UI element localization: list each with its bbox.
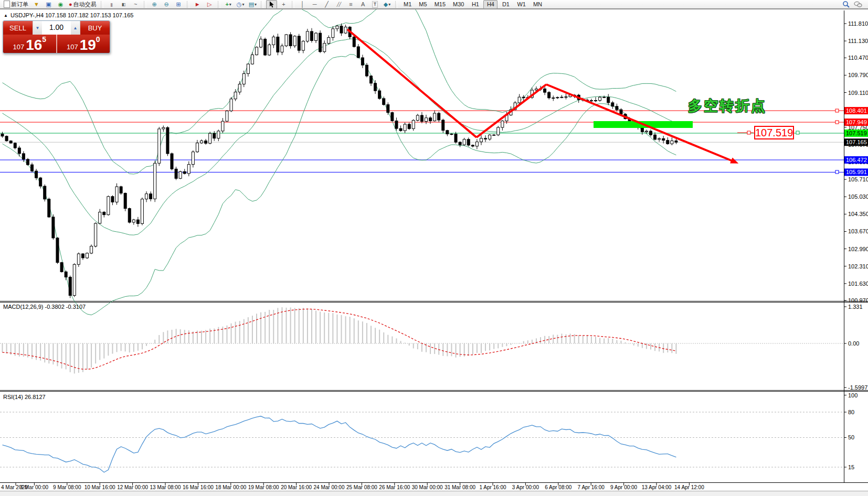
- shapes-tool-button[interactable]: ◆ ▾: [382, 0, 393, 9]
- svg-text:105.030: 105.030: [848, 193, 868, 200]
- svg-text:24 Mar 00:00: 24 Mar 00:00: [314, 484, 345, 490]
- volume-decrease-button[interactable]: ▼: [33, 21, 42, 35]
- auto-scroll-icon[interactable]: ►: [192, 0, 203, 9]
- trendline-tool-icon[interactable]: ╱: [321, 0, 332, 9]
- bar-chart-type-icon[interactable]: |||: [106, 0, 117, 9]
- fibonacci-tool-icon[interactable]: ≡: [345, 0, 356, 9]
- toolbar-separator: [261, 1, 263, 8]
- tile-windows-icon[interactable]: ⊞: [173, 0, 184, 9]
- search-icon[interactable]: [840, 0, 851, 9]
- timeframe-mn[interactable]: MN: [530, 0, 545, 9]
- macd-indicator-label: MACD(12,26,9) -0.3802 -0.3107: [3, 304, 86, 310]
- timeframe-m30[interactable]: M30: [450, 0, 467, 9]
- symbol-ohlc-text: USDJPY-,H4 107.158 107.182 107.153 107.1…: [10, 12, 133, 18]
- timeframe-h1[interactable]: H1: [468, 0, 482, 9]
- svg-text:111.130: 111.130: [848, 38, 868, 44]
- collapse-ohlc-icon[interactable]: ▲: [4, 13, 8, 18]
- dropdown-arrow-icon: ▾: [229, 1, 231, 8]
- timeframe-m5[interactable]: M5: [416, 0, 430, 9]
- svg-text:9 Apr 00:00: 9 Apr 00:00: [610, 484, 638, 490]
- shapes-icon: ◆: [384, 1, 388, 8]
- cursor-tool-icon[interactable]: [266, 0, 277, 9]
- text-label-tool-icon[interactable]: T: [369, 0, 380, 9]
- svg-text:30 Mar 00:00: 30 Mar 00:00: [412, 484, 443, 490]
- svg-text:6 Mar 00:00: 6 Mar 00:00: [20, 484, 49, 490]
- turning-point-annotation[interactable]: 多空转折点: [688, 96, 767, 115]
- toolbar-separator: [144, 1, 146, 8]
- line-anchor-markers: [747, 109, 839, 174]
- svg-text:10 Mar 16:00: 10 Mar 16:00: [84, 484, 115, 490]
- timeframe-buttons: M1M5M15M30H1H4D1W1MN: [400, 0, 546, 9]
- dropdown-arrow-icon: ▾: [255, 1, 257, 8]
- svg-text:102.990: 102.990: [848, 246, 868, 252]
- svg-text:105.991: 105.991: [846, 169, 867, 175]
- new-order-icon: [4, 1, 10, 8]
- horizontal-line-tool-icon[interactable]: ─: [309, 0, 320, 9]
- svg-text:50: 50: [848, 434, 854, 440]
- volume-control: ▼ 1.00 ▲: [33, 21, 80, 35]
- vertical-line-tool-icon[interactable]: │: [297, 0, 308, 9]
- line-chart-type-icon[interactable]: ~: [130, 0, 141, 9]
- rsi-panel: 100805015: [0, 392, 858, 470]
- svg-text:1.331: 1.331: [848, 304, 863, 310]
- toolbar-separator: [395, 1, 398, 8]
- svg-text:108.401: 108.401: [846, 107, 867, 114]
- auto-trading-button[interactable]: ● 自动交易: [67, 0, 98, 9]
- svg-text:15: 15: [848, 464, 854, 470]
- templates-button[interactable]: ▤ ▾: [247, 0, 258, 9]
- chart-canvas[interactable]: 111.810111.130110.470109.790109.110108.4…: [0, 0, 868, 496]
- svg-text:9 Mar 08:00: 9 Mar 08:00: [53, 484, 81, 490]
- candlestick-chart-type-icon[interactable]: ▮▯: [118, 0, 129, 9]
- svg-text:105.710: 105.710: [848, 176, 868, 182]
- dropdown-arrow-icon: ▾: [388, 1, 390, 8]
- svg-text:26 Mar 16:00: 26 Mar 16:00: [379, 484, 410, 490]
- svg-text:18 Mar 00:00: 18 Mar 00:00: [215, 484, 246, 490]
- template-icon: ▤: [249, 1, 254, 8]
- macd-axis: 1.3310.00-1.5997: [844, 304, 867, 391]
- price-tag-label[interactable]: 107.519: [754, 126, 794, 139]
- zoom-in-icon[interactable]: ⊕: [149, 0, 160, 9]
- auto-trading-icon: ●: [69, 1, 72, 8]
- svg-text:103.670: 103.670: [848, 228, 868, 234]
- rsi-indicator-label: RSI(14) 26.8127: [3, 394, 46, 400]
- signal-icon[interactable]: ◉: [55, 0, 66, 9]
- timeframe-m1[interactable]: M1: [400, 0, 415, 9]
- svg-text:13 Mar 08:00: 13 Mar 08:00: [150, 484, 181, 490]
- symbol-header[interactable]: ▲ USDJPY-,H4 107.158 107.182 107.153 107…: [4, 12, 133, 18]
- new-order-button[interactable]: 新订单: [2, 0, 30, 9]
- add-indicator-button[interactable]: + ▾: [223, 0, 234, 9]
- toolbar-separator: [101, 1, 103, 8]
- buy-price[interactable]: 107 19 0: [57, 35, 110, 53]
- buy-price-pipette: 0: [96, 36, 100, 43]
- text-tool-icon[interactable]: A: [357, 0, 368, 9]
- zoom-out-icon[interactable]: ⊖: [161, 0, 172, 9]
- svg-text:16 Mar 16:00: 16 Mar 16:00: [183, 484, 214, 490]
- one-click-trading-panel: SELL ▼ 1.00 ▲ BUY 107 16 5 107 19 0: [3, 20, 110, 53]
- periods-button[interactable]: ◷ ▾: [235, 0, 246, 9]
- funnel-icon[interactable]: ▼: [31, 0, 42, 9]
- macd-histogram: [0, 307, 844, 373]
- crosshair-tool-icon[interactable]: +: [278, 0, 289, 9]
- timeframe-d1[interactable]: D1: [499, 0, 513, 9]
- timeframe-m15[interactable]: M15: [431, 0, 449, 9]
- chat-icon[interactable]: [852, 0, 864, 9]
- sell-button[interactable]: SELL: [3, 21, 33, 35]
- sell-price[interactable]: 107 16 5: [3, 35, 56, 53]
- add-indicator-icon: +: [225, 1, 228, 8]
- svg-text:-1.5997: -1.5997: [848, 384, 867, 391]
- svg-text:101.630: 101.630: [848, 281, 868, 287]
- timeframe-h4[interactable]: H4: [483, 0, 497, 9]
- volume-increase-button[interactable]: ▲: [71, 21, 80, 35]
- timeframe-w1[interactable]: W1: [514, 0, 529, 9]
- volume-input[interactable]: 1.00: [42, 21, 71, 35]
- svg-text:109.110: 109.110: [848, 90, 868, 96]
- market-watch-window-icon[interactable]: ▣: [43, 0, 54, 9]
- svg-text:110.470: 110.470: [848, 55, 868, 61]
- sell-price-pips: 16: [26, 38, 42, 52]
- svg-text:13 Apr 04:00: 13 Apr 04:00: [642, 484, 672, 490]
- channel-tool-icon[interactable]: ╱╱: [333, 0, 344, 9]
- svg-text:20 Mar 16:00: 20 Mar 16:00: [281, 484, 312, 490]
- chart-shift-icon[interactable]: ▷: [204, 0, 215, 9]
- svg-text:107.165: 107.165: [846, 139, 867, 145]
- buy-button[interactable]: BUY: [80, 21, 110, 35]
